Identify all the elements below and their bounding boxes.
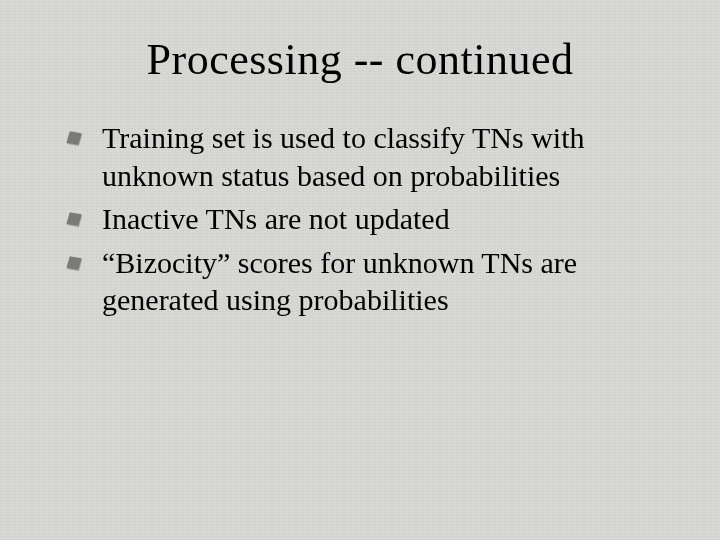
bullet-icon xyxy=(66,256,81,270)
bullet-icon xyxy=(66,212,81,226)
bullet-text: Training set is used to classify TNs wit… xyxy=(102,121,585,192)
bullet-text: “Bizocity” scores for unknown TNs are ge… xyxy=(102,246,577,317)
list-item: “Bizocity” scores for unknown TNs are ge… xyxy=(66,244,660,319)
list-item: Inactive TNs are not updated xyxy=(66,200,660,238)
bullet-text: Inactive TNs are not updated xyxy=(102,202,450,235)
bullet-icon xyxy=(66,131,81,145)
list-item: Training set is used to classify TNs wit… xyxy=(66,119,660,194)
slide-container: Processing -- continued Training set is … xyxy=(0,0,720,540)
slide-title: Processing -- continued xyxy=(60,34,660,85)
bullet-list: Training set is used to classify TNs wit… xyxy=(60,119,660,319)
